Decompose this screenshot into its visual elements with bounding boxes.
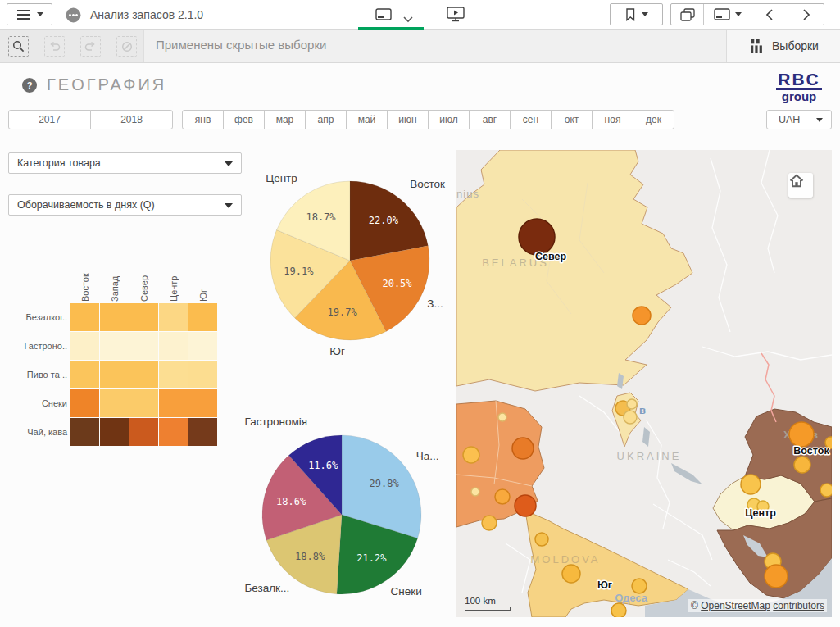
heatmap-cell-Центр[interactable]	[159, 303, 188, 331]
heatmap-cell-Запад[interactable]	[100, 361, 129, 388]
sheet-list-chevron[interactable]	[403, 11, 413, 26]
heatmap-row-label: Снеки	[15, 389, 67, 418]
heatmap-cell-Юг[interactable]	[188, 303, 217, 331]
heatmap-cell-Центр[interactable]	[159, 361, 188, 388]
heatmap-col-label-Запад: Запад	[100, 269, 129, 302]
sheet-overview-button[interactable]	[671, 4, 704, 25]
bookmarks-button[interactable]	[610, 3, 663, 25]
search-icon	[12, 40, 25, 52]
map-bubble-17[interactable]	[789, 422, 814, 447]
month-filter-group: янвфевмарапрмайиюниюлавгсеноктноядек	[182, 110, 674, 129]
month-button-11[interactable]: ноя	[592, 110, 633, 129]
heatmap-cell-Север[interactable]	[129, 303, 158, 331]
heatmap-cell-Юг[interactable]	[188, 389, 217, 417]
storytelling-button[interactable]	[447, 7, 465, 25]
sheet-navigation-group	[670, 3, 824, 25]
heatmap-cell-Юг[interactable]	[188, 332, 217, 360]
pie-chart-regions[interactable]: 22.0%Восток20.5%З...19.7%Юг19.1%18.7%Цен…	[242, 157, 456, 375]
heatmap-cell-Восток[interactable]	[70, 418, 99, 446]
currency-select[interactable]: UAH	[766, 110, 832, 129]
currency-value: UAH	[779, 114, 800, 125]
heatmap-cell-Запад[interactable]	[100, 389, 129, 417]
current-sheet-dropdown[interactable]	[704, 4, 751, 25]
map-bubble-16[interactable]	[611, 603, 626, 617]
selection-tools	[0, 30, 144, 62]
map-bubble-24[interactable]	[820, 484, 832, 497]
map-bubble-8[interactable]	[512, 438, 534, 459]
heatmap-cell-Восток[interactable]	[70, 389, 99, 417]
osm-link[interactable]: OpenStreetMap	[701, 600, 770, 611]
month-button-1[interactable]: янв	[182, 110, 224, 129]
heatmap-cell-Запад[interactable]	[100, 332, 129, 360]
pie-slice-label: Гастрономія	[245, 416, 308, 428]
heatmap-cell-Восток[interactable]	[70, 332, 99, 360]
pie-slice-label: Восток	[410, 178, 445, 190]
geo-map[interactable]: BELARUSUKRAINEMOLDOVAnius МінсквХарківОд…	[456, 150, 832, 617]
map-bubble-10[interactable]	[495, 489, 510, 504]
global-menu-button[interactable]	[7, 3, 52, 25]
heatmap-cell-Восток[interactable]	[70, 303, 99, 331]
heatmap-cell-Восток[interactable]	[70, 361, 99, 388]
map-bubble-7[interactable]	[463, 447, 479, 463]
month-button-9[interactable]: сен	[510, 110, 552, 129]
heatmap-cell-Запад[interactable]	[100, 303, 129, 331]
contributors-link[interactable]: contributors	[773, 600, 824, 611]
map-bubble-5[interactable]	[624, 411, 637, 424]
year-button-2017[interactable]: 2017	[8, 110, 91, 129]
sheet-view-button[interactable]	[375, 8, 392, 25]
month-button-7[interactable]: июл	[428, 110, 470, 129]
map-canvas[interactable]: BELARUSUKRAINEMOLDOVAnius МінсквХарківОд…	[456, 150, 832, 617]
pie-value-label: 29.8%	[370, 478, 400, 489]
heatmap-col-label-Восток: Восток	[70, 269, 100, 302]
pie-chart-categories[interactable]: 29.8%Ча...21.2%Снеки18.8%Безалк...18.6%1…	[232, 408, 447, 620]
heatmap-cell-Юг[interactable]	[188, 361, 217, 388]
heatmap-cell-Север[interactable]	[129, 418, 158, 446]
month-button-12[interactable]: дек	[633, 110, 674, 129]
map-country-label-MOLDOVA: MOLDOVA	[530, 553, 600, 566]
sheet-icon	[375, 8, 392, 21]
heatmap-cell-Юг[interactable]	[188, 418, 217, 446]
map-bubble-1[interactable]	[519, 219, 555, 255]
heatmap-cell-Центр[interactable]	[159, 332, 188, 360]
heatmap-col-label-Север: Север	[129, 269, 159, 302]
category-filter-dropdown[interactable]: Категория товара	[8, 152, 242, 174]
heatmap-cell-Север[interactable]	[129, 332, 158, 360]
heatmap-cell-Центр[interactable]	[159, 418, 188, 446]
map-bubble-19[interactable]	[741, 475, 761, 494]
heatmap-cell-Север[interactable]	[129, 361, 158, 388]
map-bubble-12[interactable]	[482, 516, 497, 530]
next-sheet-button[interactable]	[788, 4, 824, 25]
month-button-4[interactable]: апр	[305, 110, 347, 129]
smart-search-button[interactable]	[8, 36, 29, 57]
previous-sheet-button[interactable]	[751, 4, 788, 25]
map-home-button[interactable]	[788, 173, 813, 198]
month-button-6[interactable]: июн	[387, 110, 429, 129]
redo-icon	[84, 41, 97, 52]
map-bubble-15[interactable]	[632, 579, 647, 593]
turnover-filter-dropdown[interactable]: Оборачиваемость в днях (Q)	[8, 194, 242, 216]
month-button-3[interactable]: мар	[264, 110, 306, 129]
map-bubble-6[interactable]	[498, 413, 506, 421]
map-bubble-9[interactable]	[471, 488, 479, 496]
help-icon[interactable]: ?	[22, 78, 37, 93]
selections-tool-button[interactable]: Выборки	[726, 30, 840, 62]
month-button-10[interactable]: окт	[551, 110, 593, 129]
heatmap-row-label: Гастроно..	[15, 332, 67, 361]
heatmap-cell-Центр[interactable]	[159, 389, 188, 417]
month-button-8[interactable]: авг	[469, 110, 511, 129]
year-button-2018[interactable]: 2018	[90, 110, 173, 129]
pie-slice-label: Снеки	[391, 585, 422, 597]
heatmap-cell-Север[interactable]	[129, 389, 158, 417]
heatmap-cell-Запад[interactable]	[100, 418, 129, 446]
map-bubble-18[interactable]	[794, 457, 810, 473]
map-bubble-14[interactable]	[562, 565, 580, 583]
map-bubble-2[interactable]	[633, 307, 651, 325]
map-bubble-13[interactable]	[535, 533, 548, 546]
category-filter-label: Категория товара	[17, 157, 101, 169]
map-bubble-4[interactable]	[627, 399, 637, 409]
month-button-2[interactable]: фев	[223, 110, 265, 129]
map-country-label-nius: nius	[456, 188, 479, 200]
map-bubble-11[interactable]	[515, 495, 536, 516]
month-button-5[interactable]: май	[346, 110, 388, 129]
map-bubble-23[interactable]	[765, 565, 788, 588]
